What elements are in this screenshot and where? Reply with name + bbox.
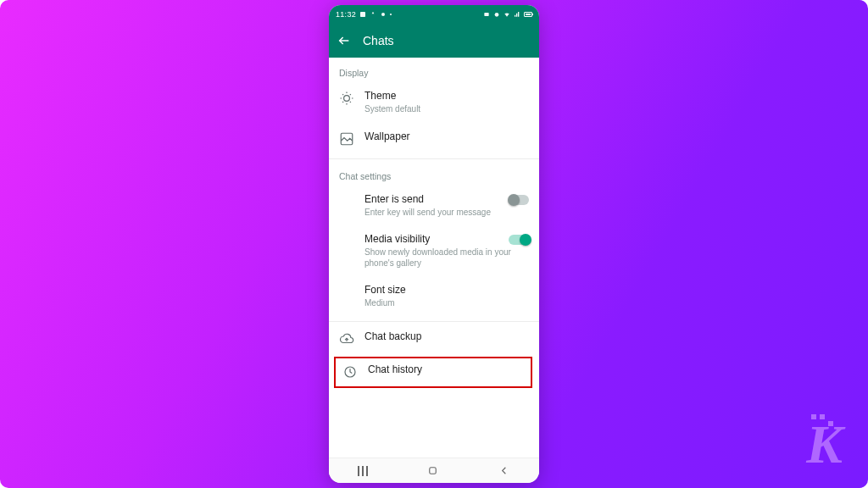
row-subtitle: Show newly downloaded media in your phon… bbox=[364, 247, 529, 269]
row-title: Font size bbox=[364, 284, 529, 297]
divider bbox=[329, 158, 539, 159]
svg-point-4 bbox=[344, 96, 350, 102]
brightness-icon bbox=[339, 91, 354, 106]
row-subtitle: Enter key will send your message bbox=[364, 208, 529, 219]
toggle-knob bbox=[520, 234, 531, 246]
row-title: Enter is send bbox=[364, 193, 529, 206]
nav-back-button[interactable] bbox=[498, 464, 510, 477]
svg-rect-7 bbox=[430, 468, 437, 474]
history-icon bbox=[342, 364, 358, 380]
battery-icon bbox=[524, 12, 532, 17]
status-time: 11:32 bbox=[336, 10, 356, 19]
android-nav-bar bbox=[329, 458, 539, 483]
settings-list[interactable]: Display Theme System default bbox=[329, 58, 539, 458]
phone-frame: 11:32 Chats bbox=[329, 5, 539, 483]
watermark-logo: K bbox=[806, 414, 843, 466]
status-icon bbox=[380, 11, 387, 18]
home-icon bbox=[426, 464, 439, 477]
row-chat-history[interactable]: Chat history bbox=[334, 357, 532, 388]
status-icon bbox=[370, 11, 376, 18]
toggle-enter-is-send[interactable] bbox=[509, 195, 529, 205]
row-title: Chat backup bbox=[364, 330, 529, 343]
chevron-left-icon bbox=[498, 464, 510, 477]
alarm-icon bbox=[493, 11, 500, 18]
arrow-left-icon bbox=[337, 34, 351, 47]
toggle-media-visibility[interactable] bbox=[509, 235, 529, 245]
row-title: Media visibility bbox=[364, 233, 529, 246]
status-icon bbox=[483, 11, 490, 18]
svg-rect-2 bbox=[484, 13, 488, 16]
row-font-size[interactable]: Font size Medium bbox=[329, 277, 539, 318]
row-chat-backup[interactable]: Chat backup bbox=[329, 324, 539, 355]
toggle-knob bbox=[508, 194, 520, 206]
row-media-visibility[interactable]: Media visibility Show newly downloaded m… bbox=[329, 226, 539, 277]
nav-home-button[interactable] bbox=[426, 464, 439, 477]
row-theme[interactable]: Theme System default bbox=[329, 83, 539, 124]
svg-rect-0 bbox=[360, 12, 365, 17]
nav-recents-button[interactable] bbox=[358, 466, 368, 476]
row-subtitle: Medium bbox=[364, 298, 529, 309]
svg-point-3 bbox=[495, 13, 499, 17]
row-title: Chat history bbox=[368, 363, 522, 376]
wallpaper-icon bbox=[339, 131, 354, 147]
stage: 11:32 Chats bbox=[0, 0, 868, 488]
divider bbox=[329, 321, 539, 322]
row-enter-is-send[interactable]: Enter is send Enter key will send your m… bbox=[329, 186, 539, 227]
status-more-icon bbox=[390, 14, 392, 15]
section-header-display: Display bbox=[329, 58, 539, 83]
status-icon bbox=[359, 11, 366, 18]
status-bar: 11:32 bbox=[329, 5, 539, 24]
svg-point-1 bbox=[381, 13, 385, 16]
row-wallpaper[interactable]: Wallpaper bbox=[329, 124, 539, 155]
section-header-chat-settings: Chat settings bbox=[329, 161, 539, 186]
row-title: Wallpaper bbox=[364, 130, 529, 143]
back-button[interactable] bbox=[337, 34, 351, 47]
page-title: Chats bbox=[363, 34, 394, 47]
row-title: Theme bbox=[364, 90, 529, 103]
app-bar: Chats bbox=[329, 24, 539, 58]
row-subtitle: System default bbox=[364, 104, 529, 115]
wifi-icon bbox=[504, 11, 510, 18]
cloud-upload-icon bbox=[339, 331, 354, 347]
signal-icon bbox=[514, 11, 520, 18]
